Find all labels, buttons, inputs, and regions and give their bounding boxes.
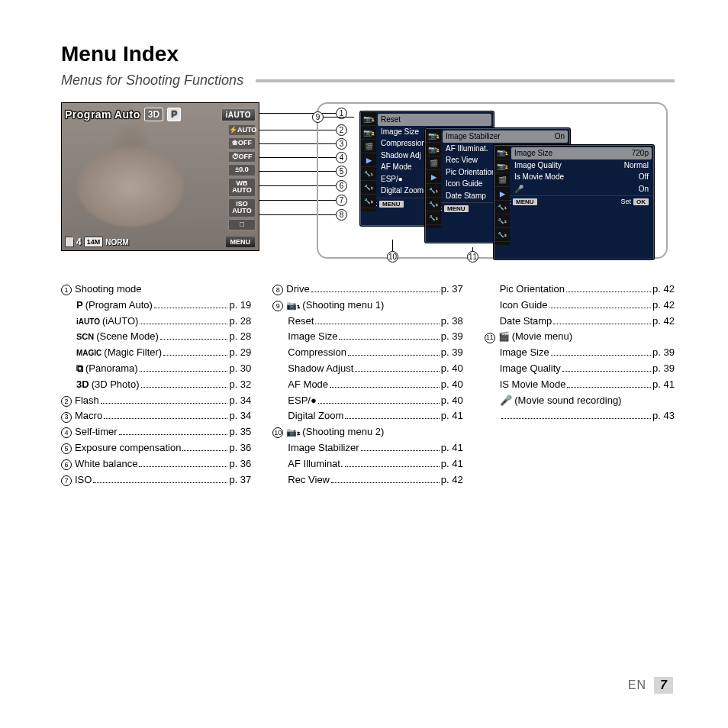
page-ref: p. 19 — [229, 298, 251, 314]
footer-lang: EN — [628, 678, 646, 692]
num-icon: 4 — [61, 427, 72, 438]
lcd-pill-flash: ⚡AUTO — [228, 124, 256, 136]
lcd-menu-button: MENU — [225, 236, 256, 248]
page-ref: p. 28 — [229, 314, 251, 330]
tab-movie-icon: 🎬 — [426, 156, 441, 170]
tab-wrench3-icon: 🔧₃ — [494, 228, 510, 242]
index-item: Image Size — [500, 345, 549, 361]
callout-11: 11 — [467, 251, 478, 263]
num-icon: 5 — [61, 443, 72, 454]
callout-10: 10 — [387, 251, 398, 263]
index-item: Flash — [75, 393, 99, 409]
page-ref: p. 42 — [652, 298, 675, 314]
tab-wrench2-icon: 🔧₂ — [361, 181, 376, 195]
index-item: Image Stabilizer — [288, 440, 359, 456]
page-ref: p. 40 — [441, 377, 463, 393]
menu11-row-l: Is Movie Mode — [514, 171, 564, 183]
lcd-p-badge: P — [167, 108, 181, 121]
num-icon: 1 — [61, 285, 72, 295]
index-item: AF Illuminat. — [288, 456, 343, 472]
num-icon: 11 — [485, 333, 495, 343]
tab-camera1-icon: 📷₁ — [361, 112, 376, 126]
index-item: Image Size — [288, 329, 337, 345]
index-item: Image Quality — [500, 361, 561, 377]
menu11-row-l: Image Size — [514, 147, 552, 159]
menu9-exit-btn: MENU — [379, 201, 404, 208]
menu10-row-l: AF Illuminat. — [446, 143, 488, 155]
page-ref: p. 42 — [652, 282, 675, 298]
index-item: Rec View — [288, 472, 330, 488]
index-item: Exposure compensation — [75, 440, 181, 456]
camera1-icon: 📷₁ — [286, 299, 300, 313]
page-ref: p. 39 — [441, 345, 463, 361]
menu9-row: Reset — [378, 114, 491, 126]
menu10-row-l: Pic Orientation — [446, 166, 496, 179]
subtitle-divider — [256, 79, 675, 82]
page-ref: p. 36 — [229, 440, 251, 456]
lcd-iauto-badge: iAUTO — [221, 108, 256, 121]
index-item: ESP/● — [288, 393, 316, 409]
page-ref: p. 41 — [441, 408, 463, 424]
menu10-row-l: Date Stamp — [446, 190, 486, 202]
tab-wrench3-icon: 🔧₃ — [426, 211, 441, 225]
tab-camera2-icon: 📷₂ — [426, 143, 441, 156]
num-icon: 10 — [272, 427, 283, 438]
mode-panorama-icon: ⧉ — [76, 361, 83, 377]
index-item: Icon Guide — [500, 298, 548, 314]
page-ref: p. 40 — [441, 393, 463, 409]
menu11-row-r: 720p — [632, 147, 649, 159]
menu11-row-r: On — [639, 183, 649, 195]
num-icon: 2 — [61, 396, 72, 407]
tab-wrench1-icon: 🔧₁ — [494, 201, 510, 214]
menu11-set: Set — [620, 198, 631, 205]
page-ref: p. 37 — [229, 472, 251, 488]
page-ref: p. 28 — [229, 329, 251, 345]
page-ref: p. 36 — [229, 456, 251, 472]
page-ref: p. 42 — [441, 472, 463, 488]
sd-card-icon — [65, 237, 74, 247]
lcd-pill-exposure: ±0.0 — [228, 164, 256, 176]
num-icon: 6 — [61, 459, 72, 470]
index-item: Compression — [288, 345, 346, 361]
tab-wrench2-icon: 🔧₂ — [426, 198, 441, 211]
page-ref: p. 34 — [229, 408, 251, 424]
page-ref: p. 37 — [441, 282, 463, 298]
index-item: White balance — [75, 456, 137, 472]
movie-icon: 🎬 — [498, 330, 510, 344]
section-subtitle: Menus for Shooting Functions — [61, 72, 243, 89]
lcd-pill-wb: WB AUTO — [228, 178, 256, 197]
tab-camera1-icon: 📷₁ — [494, 146, 510, 159]
index-item: Date Stamp — [500, 314, 552, 330]
page-ref: p. 35 — [229, 424, 251, 440]
tab-playback-icon: ▶ — [361, 153, 376, 167]
mode-p-icon: P — [76, 298, 83, 314]
num-icon: 3 — [61, 412, 72, 423]
tab-playback-icon: ▶ — [426, 170, 441, 184]
page-ref: p. 39 — [652, 345, 675, 361]
num-icon: 8 — [272, 285, 283, 295]
lcd-shots-remaining: 4 — [76, 237, 82, 247]
menu-panels: 9 📷₁ 📷₂ 🎬 ▶ 🔧₁ 🔧₂ 🔧₃ Reset — [317, 102, 668, 259]
index-col-1: 1Shooting mode P (Program Auto)p. 19 iAU… — [61, 282, 251, 488]
mode-magic-icon: MAGIC — [76, 347, 101, 359]
tab-wrench1-icon: 🔧₁ — [361, 167, 376, 181]
index-item: (iAUTO) — [102, 314, 138, 330]
num-icon: 7 — [61, 475, 72, 486]
page-ref: p. 32 — [229, 377, 251, 393]
page-ref: p. 39 — [652, 361, 675, 377]
tab-playback-icon: ▶ — [494, 187, 510, 201]
page-ref: p. 41 — [441, 456, 463, 472]
tab-camera2-icon: 📷₂ — [361, 126, 376, 140]
callout-9: 9 — [312, 111, 324, 123]
index-item: (Program Auto) — [85, 298, 153, 314]
mode-iauto-icon: iAUTO — [76, 316, 100, 328]
menu11-exit-btn: MENU — [513, 198, 537, 205]
index-item: (Panorama) — [85, 361, 138, 377]
menu11-row-r: Off — [639, 171, 649, 183]
index-item: Shadow Adjust — [288, 361, 353, 377]
index-heading: (Shooting menu 1) — [302, 298, 384, 314]
menu11-row-l: 🎤 — [514, 183, 523, 195]
page-ref: p. 40 — [441, 361, 463, 377]
menu11-set-btn: OK — [633, 198, 649, 205]
index-item: Self-timer — [75, 424, 118, 440]
